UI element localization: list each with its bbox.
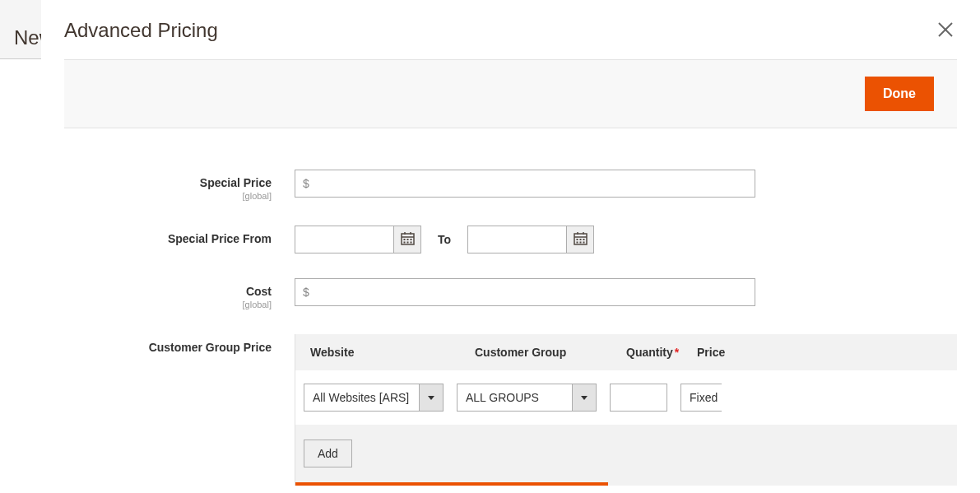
cost-label: Cost — [246, 285, 272, 298]
website-select-value: All Websites [ARS] — [304, 384, 419, 412]
form-area: Special Price [global] $ Special Price F… — [41, 128, 980, 493]
customer-group-price-label: Customer Group Price — [149, 341, 272, 354]
svg-rect-17 — [579, 239, 581, 240]
calendar-from-button[interactable] — [393, 226, 421, 253]
cost-input[interactable] — [295, 278, 755, 306]
close-button[interactable] — [934, 16, 957, 44]
customer-group-price-table: Website Customer Group Quantity* Price A… — [295, 334, 957, 486]
cgp-header-website: Website — [304, 346, 468, 359]
svg-rect-9 — [403, 242, 405, 244]
svg-rect-16 — [576, 239, 578, 240]
svg-rect-7 — [406, 239, 408, 240]
cost-row: Cost [global] $ — [64, 278, 957, 309]
scroll-indicator[interactable] — [295, 482, 608, 486]
svg-rect-19 — [576, 242, 578, 244]
page-behind-title: New — [0, 0, 41, 59]
price-type-select[interactable]: Fixed — [680, 384, 722, 412]
calendar-icon — [401, 231, 415, 248]
svg-rect-10 — [406, 242, 408, 244]
special-price-scope: [global] — [64, 191, 272, 201]
cgp-header-group: Customer Group — [468, 346, 620, 359]
cgp-header-row: Website Customer Group Quantity* Price — [295, 334, 957, 370]
customer-group-select[interactable]: ALL GROUPS — [457, 384, 597, 412]
svg-rect-18 — [583, 239, 584, 240]
cgp-footer: Add — [295, 425, 957, 486]
cgp-header-price: Price — [690, 346, 750, 359]
svg-rect-20 — [579, 242, 581, 244]
price-type-select-value: Fixed — [680, 384, 722, 412]
special-price-input[interactable] — [295, 170, 755, 198]
add-button[interactable]: Add — [304, 440, 352, 467]
page-behind-body — [0, 59, 41, 493]
cgp-body-row: All Websites [ARS] ALL GROUPS Fixed — [295, 370, 957, 425]
svg-rect-6 — [403, 239, 405, 240]
svg-rect-11 — [410, 242, 411, 244]
chevron-down-icon — [419, 384, 444, 412]
svg-rect-8 — [410, 239, 411, 240]
customer-group-select-value: ALL GROUPS — [457, 384, 572, 412]
modal-header: Advanced Pricing — [41, 0, 980, 59]
calendar-icon — [574, 231, 588, 248]
special-price-to-input[interactable] — [467, 226, 566, 253]
website-select[interactable]: All Websites [ARS] — [304, 384, 444, 412]
special-price-row: Special Price [global] $ — [64, 170, 957, 201]
chevron-down-icon — [572, 384, 597, 412]
action-bar: Done — [64, 59, 957, 128]
close-icon — [937, 18, 954, 43]
to-label: To — [438, 233, 451, 246]
done-button[interactable]: Done — [865, 77, 934, 111]
cgp-header-quantity: Quantity* — [620, 346, 690, 359]
cost-scope: [global] — [64, 300, 272, 309]
advanced-pricing-modal: Advanced Pricing Done Special Price [glo… — [41, 0, 980, 493]
quantity-input[interactable] — [610, 384, 667, 412]
special-price-label: Special Price — [200, 176, 272, 189]
calendar-to-button[interactable] — [566, 226, 594, 253]
special-price-from-row: Special Price From To — [64, 226, 957, 253]
modal-title: Advanced Pricing — [64, 19, 218, 42]
special-price-from-label: Special Price From — [168, 232, 272, 245]
svg-rect-21 — [583, 242, 584, 244]
required-star: * — [675, 346, 679, 359]
special-price-from-input[interactable] — [295, 226, 393, 253]
customer-group-price-row: Customer Group Price Website Customer Gr… — [64, 334, 957, 486]
